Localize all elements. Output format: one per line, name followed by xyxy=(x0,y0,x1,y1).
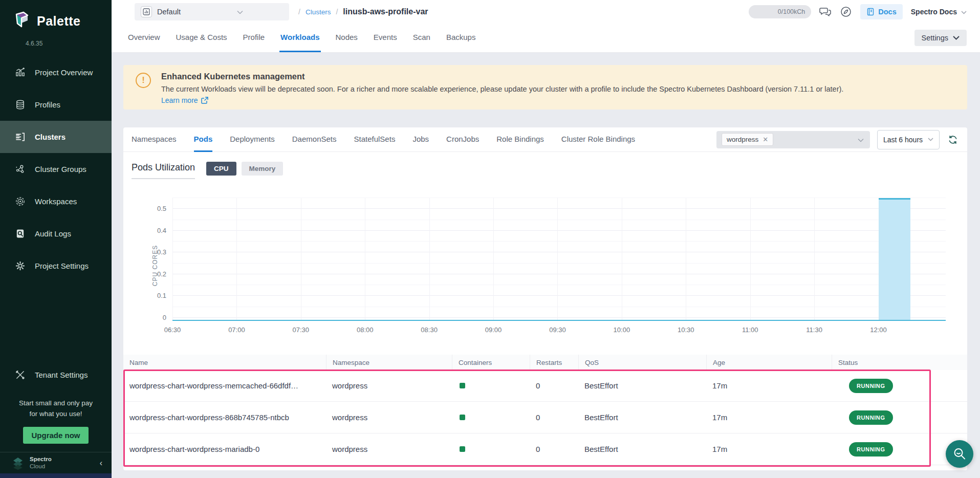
tab-overview[interactable]: Overview xyxy=(127,24,161,52)
y-tick-label: 0.2 xyxy=(145,270,166,278)
gridline-x xyxy=(557,198,558,321)
memory-metric-button[interactable]: Memory xyxy=(242,162,284,176)
container-status-square xyxy=(460,383,465,388)
sidebar-item-profiles[interactable]: Profiles xyxy=(0,89,112,121)
pod-name-cell: wordpress-chart-wordpress-868b745785-ntb… xyxy=(123,413,326,422)
docs-button-label: Docs xyxy=(878,8,896,16)
chat-icon[interactable] xyxy=(819,6,832,18)
palette-logo-icon xyxy=(12,10,32,32)
subtab-cronjobs[interactable]: CronJobs xyxy=(446,127,479,152)
x-tick-label: 09:30 xyxy=(549,326,566,334)
promo-line-1: Start small and only pay xyxy=(5,398,106,409)
table-row[interactable]: wordpress-chart-wordpress-868b745785-ntb… xyxy=(123,402,967,433)
version-label: 4.6.35 xyxy=(26,40,112,47)
gridline-y-minor xyxy=(172,220,946,220)
tab-nodes[interactable]: Nodes xyxy=(335,24,359,52)
namespace-filter-select[interactable]: wordpress ✕ xyxy=(716,131,870,148)
upgrade-promo: Start small and only pay for what you us… xyxy=(0,391,112,444)
gridline-y xyxy=(172,230,946,231)
gridline-x xyxy=(750,198,751,321)
cluster-tabs: OverviewUsage & CostsProfileWorkloadsNod… xyxy=(127,24,476,52)
docs-button[interactable]: Docs xyxy=(860,4,902,19)
tab-usage-costs[interactable]: Usage & Costs xyxy=(175,24,228,52)
sidebar-collapse-chevron[interactable]: ‹ xyxy=(100,459,102,468)
docs-context-select[interactable]: Spectro Docs xyxy=(911,8,967,16)
cpu-utilization-chart: CPU CORES 00.10.20.30.40.506:3007:0007:3… xyxy=(172,189,946,342)
filter-tag-wordpress: wordpress ✕ xyxy=(722,133,773,146)
cpu-metric-button[interactable]: CPU xyxy=(206,162,236,176)
qos-cell: BestEffort xyxy=(578,381,706,390)
workload-subtabs: NamespacesPodsDeploymentsDaemonSetsState… xyxy=(132,127,635,151)
x-tick-label: 10:30 xyxy=(678,326,694,334)
docs-select-value: Spectro Docs xyxy=(911,8,957,16)
subtab-namespaces[interactable]: Namespaces xyxy=(132,127,177,152)
remove-tag-icon[interactable]: ✕ xyxy=(763,136,768,143)
cluster-groups-icon xyxy=(14,164,26,175)
breadcrumb: / Clusters / linusb-aws-profile-var xyxy=(298,7,428,16)
chevron-down-icon xyxy=(961,8,967,16)
time-range-select[interactable]: Last 6 hours xyxy=(877,130,940,149)
container-status-square xyxy=(460,446,465,452)
sidebar-item-label: Project Settings xyxy=(35,262,89,270)
subtab-pods[interactable]: Pods xyxy=(194,127,213,152)
gridline-x xyxy=(814,198,815,321)
sidebar-item-audit-logs[interactable]: Audit Logs xyxy=(0,218,112,250)
gridline-y-minor xyxy=(172,198,946,198)
banner-body: The current Workloads view will be depre… xyxy=(161,85,843,93)
help-search-fab[interactable] xyxy=(946,440,973,468)
pods-utilization-title: Pods Utilization xyxy=(132,162,195,179)
table-row[interactable]: wordpress-chart-wordpress-memcached-66df… xyxy=(123,370,967,402)
project-select[interactable]: Default xyxy=(135,3,289,20)
tab-scan[interactable]: Scan xyxy=(412,24,431,52)
breadcrumb-clusters-link[interactable]: Clusters xyxy=(306,8,331,16)
sidebar-item-project-settings[interactable]: Project Settings xyxy=(0,250,112,282)
column-header-qos: QoS xyxy=(578,355,706,370)
sidebar-item-project-overview[interactable]: Project Overview xyxy=(0,56,112,89)
refresh-icon[interactable] xyxy=(947,134,959,146)
help-compass-icon[interactable] xyxy=(840,6,852,18)
sidebar-item-cluster-groups[interactable]: Cluster Groups xyxy=(0,153,112,185)
settings-button[interactable]: Settings xyxy=(914,30,967,46)
subtab-deployments[interactable]: Deployments xyxy=(230,127,275,152)
age-cell: 17m xyxy=(706,413,832,422)
qos-cell: BestEffort xyxy=(578,413,706,422)
sidebar-item-tenant-settings[interactable]: Tenant Settings xyxy=(0,359,112,391)
chevron-down-icon xyxy=(928,138,933,141)
x-tick-label: 07:30 xyxy=(293,326,310,334)
namespace-cell: wordpress xyxy=(326,445,452,453)
sidebar-item-workspaces[interactable]: Workspaces xyxy=(0,185,112,218)
column-header-age: Age xyxy=(706,355,832,370)
table-row[interactable]: wordpress-chart-wordpress-mariadb-0wordp… xyxy=(123,433,967,465)
sidebar-item-label: Tenant Settings xyxy=(35,371,88,379)
sidebar-item-clusters[interactable]: Clusters xyxy=(0,121,112,153)
upgrade-now-button[interactable]: Upgrade now xyxy=(23,427,88,444)
breadcrumb-separator: / xyxy=(336,8,338,16)
y-tick-label: 0.5 xyxy=(145,205,166,212)
subtab-cluster-role-bindings[interactable]: Cluster Role Bindings xyxy=(561,127,635,152)
learn-more-link[interactable]: Learn more xyxy=(161,96,208,104)
tab-backups[interactable]: Backups xyxy=(445,24,477,52)
gridline-y xyxy=(172,274,946,274)
subtab-statefulsets[interactable]: StatefulSets xyxy=(354,127,396,152)
gridline-x xyxy=(236,198,237,321)
sidebar-item-label: Clusters xyxy=(35,133,66,141)
project-settings-icon xyxy=(14,260,26,272)
tab-profile[interactable]: Profile xyxy=(242,24,266,52)
y-tick-label: 0 xyxy=(145,314,166,321)
sidebar-bottom-strip xyxy=(0,473,112,478)
spectro-cloud-wordmark: Spectro Cloud xyxy=(30,456,52,470)
y-tick-label: 0.4 xyxy=(145,227,166,234)
sidebar-nav: Project OverviewProfilesClustersCluster … xyxy=(0,56,112,282)
audit-logs-icon xyxy=(14,228,26,240)
overview-icon xyxy=(14,67,26,78)
sidebar-bottom: Tenant Settings Start small and only pay… xyxy=(0,359,112,478)
subtab-role-bindings[interactable]: Role Bindings xyxy=(496,127,544,152)
tab-events[interactable]: Events xyxy=(373,24,398,52)
gridline-x xyxy=(686,198,686,321)
subtab-daemonsets[interactable]: DaemonSets xyxy=(292,127,337,152)
gridline-x xyxy=(172,198,173,321)
tab-workloads[interactable]: Workloads xyxy=(279,24,320,52)
gridline-y-minor xyxy=(172,285,946,285)
x-tick-label: 12:00 xyxy=(870,326,887,334)
subtab-jobs[interactable]: Jobs xyxy=(412,127,429,152)
